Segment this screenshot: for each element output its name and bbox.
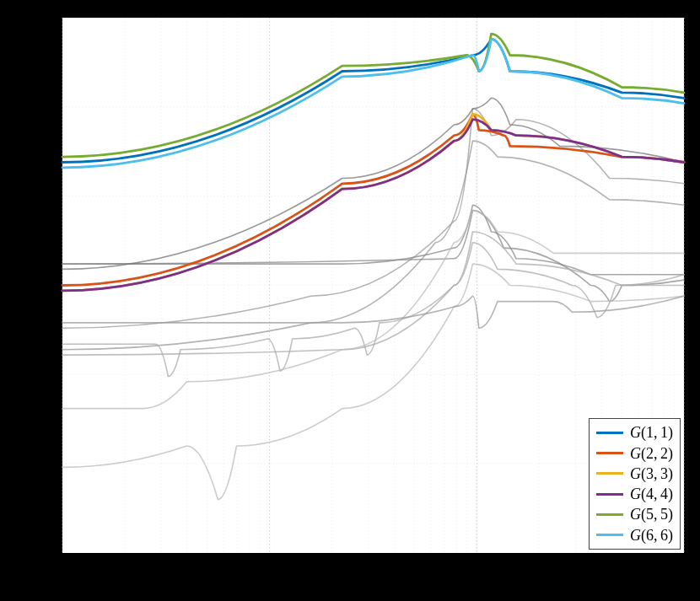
offdiag-curve-3 — [62, 211, 684, 302]
offdiag-curve-6 — [62, 211, 684, 409]
offdiag-curve-1 — [62, 141, 684, 350]
legend-swatch — [596, 452, 623, 454]
legend-swatch — [596, 432, 623, 434]
offdiag-curve-8 — [62, 98, 684, 269]
legend-label: G(5, 5) — [630, 504, 673, 524]
series-G(1,1) — [62, 39, 684, 162]
legend-swatch — [596, 472, 623, 475]
series-curves — [62, 34, 684, 291]
legend-item-4: G(5, 5) — [596, 504, 673, 524]
legend-swatch — [596, 493, 623, 496]
legend-item-5: G(6, 6) — [596, 525, 673, 545]
legend-label: G(6, 6) — [630, 525, 673, 545]
legend-label: G(1, 1) — [630, 422, 673, 443]
legend-label: G(4, 4) — [630, 484, 673, 504]
legend-item-1: G(2, 2) — [596, 443, 673, 464]
series-G(6,6) — [62, 39, 684, 167]
legend-swatch — [596, 534, 623, 536]
legend-item-3: G(4, 4) — [596, 484, 673, 504]
legend-swatch — [596, 513, 623, 516]
series-G(4,4) — [62, 120, 684, 291]
legend-label: G(2, 2) — [630, 443, 673, 464]
legend: G(1, 1)G(2, 2)G(3, 3)G(4, 4)G(5, 5)G(6, … — [589, 418, 681, 550]
plot-axes: G(1, 1)G(2, 2)G(3, 3)G(4, 4)G(5, 5)G(6, … — [62, 17, 685, 554]
legend-item-0: G(1, 1) — [596, 422, 673, 443]
offdiag-curve-0 — [62, 109, 684, 328]
legend-item-2: G(3, 3) — [596, 464, 673, 484]
series-G(5,5) — [62, 34, 684, 157]
legend-label: G(3, 3) — [630, 464, 673, 484]
